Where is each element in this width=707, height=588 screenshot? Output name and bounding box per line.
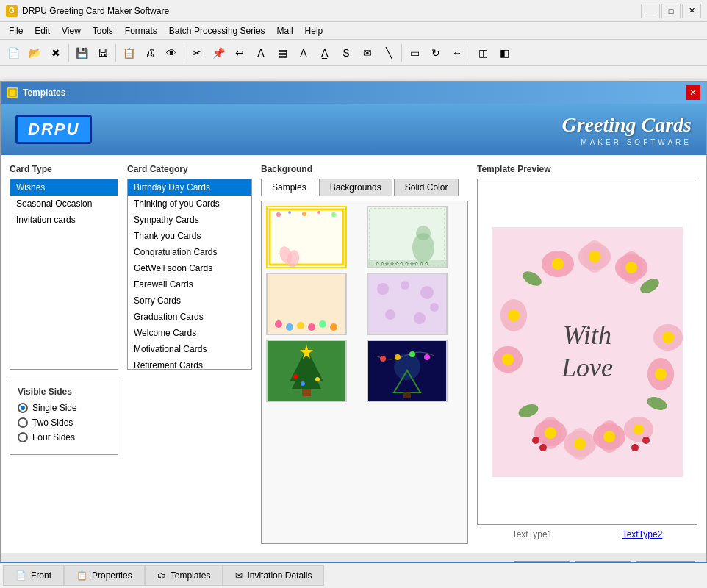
svg-point-7 (317, 211, 320, 214)
drpu-logo: DRPU (15, 115, 92, 144)
radio-two-sides[interactable]: Two Sides (18, 417, 110, 428)
card-type-item-seasonal[interactable]: Seasonal Occasion (10, 196, 118, 212)
tb-shape[interactable]: S (336, 43, 356, 63)
bg-item-1[interactable] (266, 206, 347, 268)
category-list[interactable]: Birthday Day Cards Thinking of you Cards… (127, 179, 252, 370)
svg-point-50 (545, 427, 556, 439)
category-item-motivational[interactable]: Motivational Cards (128, 341, 251, 357)
bg-tab-samples[interactable]: Samples (261, 179, 317, 196)
svg-point-27 (420, 286, 434, 299)
tb-paste[interactable]: 📌 (208, 43, 229, 63)
menu-mail[interactable]: Mail (271, 24, 299, 37)
tb-email[interactable]: ✉ (357, 43, 378, 63)
radio-single-dot (18, 403, 28, 413)
minimize-button[interactable]: — (641, 4, 660, 18)
tb-rotate[interactable]: ↻ (426, 43, 446, 63)
tb-wordart[interactable]: A̲ (315, 43, 335, 63)
tb-cut[interactable]: ✂ (187, 43, 207, 63)
menu-file[interactable]: File (3, 24, 29, 37)
bg-grid-container[interactable]: ✿ ✿ ✿ ✿ ✿ ✿ ✿ ✿ ✿ ✿ ✿ (261, 201, 468, 544)
preview-text-line1: With (561, 320, 613, 351)
tb-align2[interactable]: ◧ (494, 43, 514, 63)
tb-redo[interactable]: A (251, 43, 271, 63)
tb-bg[interactable]: ▭ (404, 43, 425, 63)
bg-tab-solid[interactable]: Solid Color (394, 179, 459, 196)
menu-help[interactable]: Help (299, 24, 329, 37)
tb-text[interactable]: A (293, 43, 314, 63)
svg-point-58 (634, 424, 644, 434)
svg-point-68 (589, 251, 600, 262)
category-item-getwell[interactable]: GetWell soon Cards (128, 260, 251, 276)
radio-single-side[interactable]: Single Side (18, 403, 110, 413)
title-bar-controls: — □ ✕ (641, 4, 701, 18)
tb-preview[interactable]: 👁 (161, 43, 182, 63)
tb-flip[interactable]: ↔ (447, 43, 467, 63)
card-type-item-wishes[interactable]: Wishes (10, 179, 118, 196)
category-item-congratulation[interactable]: Congratulation Cards (128, 244, 251, 260)
category-item-sorry[interactable]: Sorry Cards (128, 293, 251, 309)
menu-view[interactable]: View (56, 24, 87, 37)
svg-rect-34 (302, 389, 311, 396)
text-type-1-link[interactable]: TextType1 (512, 529, 553, 539)
category-item-thankyou[interactable]: Thank you Cards (128, 228, 251, 244)
card-type-panel: Card Type Wishes Seasonal Occasion Invit… (10, 164, 118, 544)
category-item-retirement[interactable]: Retirement Cards (128, 357, 251, 370)
text-type-2-link[interactable]: TextType2 (622, 529, 663, 539)
bg-item-4[interactable] (367, 273, 448, 335)
category-item-thinking[interactable]: Thinking of you Cards (128, 196, 251, 212)
app-close-button[interactable]: ✕ (682, 4, 701, 18)
radio-four-sides[interactable]: Four Sides (18, 432, 110, 442)
maximize-button[interactable]: □ (661, 4, 681, 18)
background-label: Background (261, 164, 468, 174)
tb-line[interactable]: ╲ (378, 43, 399, 63)
svg-rect-11 (368, 207, 446, 267)
bg-item-2[interactable]: ✿ ✿ ✿ ✿ ✿ ✿ ✿ ✿ ✿ ✿ ✿ (367, 206, 448, 268)
dialog-close-button[interactable]: ✕ (686, 85, 700, 100)
tb-align1[interactable]: ◫ (473, 43, 493, 63)
bg-tab-backgrounds[interactable]: Backgrounds (319, 179, 392, 196)
tb-save[interactable]: 💾 (71, 43, 92, 63)
dialog-title-text: Templates (23, 87, 686, 98)
card-category-panel: Card Category Birthday Day Cards Thinkin… (127, 164, 252, 544)
taskbar-front-label: Front (31, 570, 51, 581)
menu-tools[interactable]: Tools (87, 24, 119, 37)
category-item-birthday[interactable]: Birthday Day Cards (128, 179, 251, 196)
svg-point-8 (331, 212, 336, 217)
svg-point-41 (380, 356, 386, 362)
radio-two-label: Two Sides (32, 417, 73, 428)
title-bar: G DRPU Greeting Card Maker Software — □ … (0, 0, 707, 22)
category-item-farewell[interactable]: Farewell Cards (128, 276, 251, 293)
svg-point-22 (319, 320, 326, 328)
tb-close[interactable]: ✖ (46, 43, 66, 63)
menu-edit[interactable]: Edit (29, 24, 56, 37)
tb-copy[interactable]: 📋 (118, 43, 139, 63)
category-item-welcome[interactable]: Welcome Cards (128, 325, 251, 341)
svg-point-74 (502, 354, 514, 365)
card-type-item-invitation[interactable]: Invitation cards (10, 212, 118, 228)
template-preview-panel: Template Preview (477, 164, 697, 544)
bg-item-5[interactable] (266, 340, 347, 402)
svg-point-30 (430, 303, 439, 312)
tb-new[interactable]: 📄 (3, 43, 24, 63)
menu-formats[interactable]: Formats (119, 24, 163, 37)
tb-barcode[interactable]: ▤ (272, 43, 293, 63)
taskbar-invitation[interactable]: ✉ Invitation Details (223, 565, 324, 586)
tb-open[interactable]: 📂 (24, 43, 45, 63)
tb-saveas[interactable]: 🖫 (93, 43, 113, 63)
bg-item-6[interactable] (367, 340, 448, 402)
taskbar-front[interactable]: 📄 Front (3, 565, 64, 586)
card-type-list[interactable]: Wishes Seasonal Occasion Invitation card… (10, 179, 118, 370)
visible-sides-label: Visible Sides (18, 387, 110, 397)
category-item-sympathy[interactable]: Sympathy Cards (128, 212, 251, 228)
svg-point-23 (330, 323, 337, 331)
tb-print[interactable]: 🖨 (140, 43, 160, 63)
taskbar-templates[interactable]: 🗂 Templates (145, 565, 223, 586)
preview-text-line2: Love (561, 352, 613, 384)
menu-batch[interactable]: Batch Processing Series (163, 24, 271, 37)
bg-item-3[interactable] (266, 273, 347, 335)
bg-tabs: Samples Backgrounds Solid Color (261, 179, 468, 196)
preview-box: With Love (477, 179, 697, 525)
category-item-graduation[interactable]: Graduation Cards (128, 309, 251, 325)
taskbar-properties[interactable]: 📋 Properties (64, 565, 145, 586)
tb-undo[interactable]: ↩ (229, 43, 250, 63)
